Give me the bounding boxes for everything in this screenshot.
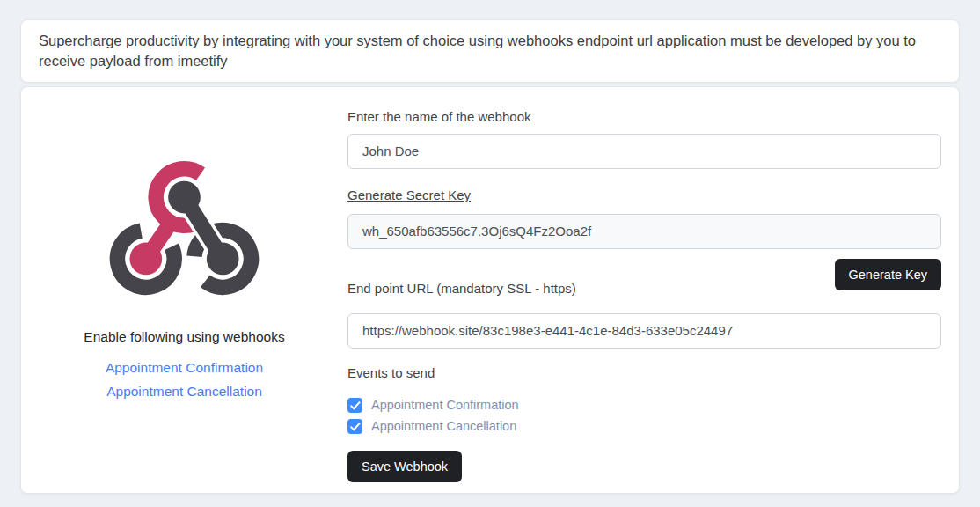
endpoint-label-row: End point URL (mandatory SSL - https) Ge… (347, 259, 941, 296)
enable-webhooks-caption: Enable following using webhooks (84, 329, 284, 345)
event-row-cancellation: Appointment Cancellation (347, 419, 941, 434)
checkbox-label-cancellation[interactable]: Appointment Cancellation (371, 419, 516, 433)
webhook-settings-card: Enable following using webhooks Appointm… (20, 86, 960, 494)
webhook-feature-links: Appointment Confirmation Appointment Can… (106, 360, 263, 400)
checkbox-label-confirmation[interactable]: Appointment Confirmation (371, 398, 519, 412)
events-to-send-label: Events to send (347, 365, 941, 380)
save-webhook-button[interactable]: Save Webhook (347, 451, 462, 482)
webhook-form: Enter the name of the webhook Generate S… (347, 87, 959, 493)
checkbox-appointment-confirmation[interactable] (347, 398, 362, 413)
webhook-name-input[interactable] (347, 134, 941, 169)
checkbox-appointment-cancellation[interactable] (347, 419, 362, 434)
webhook-icon (107, 155, 261, 301)
link-appointment-confirmation[interactable]: Appointment Confirmation (106, 360, 263, 376)
generate-key-button[interactable]: Generate Key (835, 259, 941, 290)
webhook-info-panel: Enable following using webhooks Appointm… (21, 87, 347, 493)
webhook-name-label: Enter the name of the webhook (347, 109, 941, 124)
header-card: Supercharge productivity by integrating … (20, 19, 960, 83)
link-appointment-cancellation[interactable]: Appointment Cancellation (106, 384, 262, 400)
secret-key-input[interactable] (347, 214, 941, 249)
generate-secret-key-link[interactable]: Generate Secret Key (347, 187, 471, 202)
endpoint-url-label: End point URL (mandatory SSL - https) (347, 281, 576, 296)
event-row-confirmation: Appointment Confirmation (347, 398, 941, 413)
endpoint-url-input[interactable] (347, 313, 941, 349)
header-text: Supercharge productivity by integrating … (39, 31, 941, 71)
